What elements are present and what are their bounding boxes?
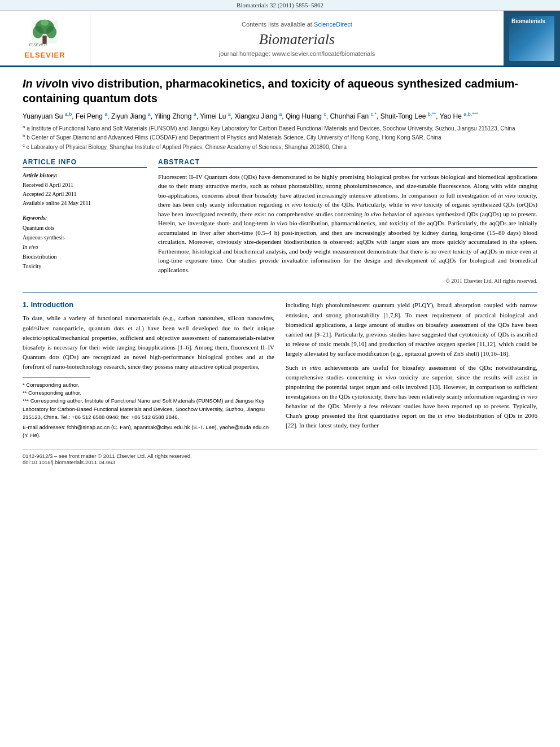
citation-bar: Biomaterials 32 (2011) 5855–5862: [0, 0, 560, 11]
abstract-text: Fluorescent II–IV Quantum dots (QDs) hav…: [158, 172, 537, 275]
svg-point-3: [46, 25, 56, 38]
body-left-column: 1. Introduction To date, while a variety…: [23, 300, 274, 439]
received-date: Received 8 April 2011: [23, 181, 147, 190]
section-divider: [23, 292, 537, 292]
affiliations: a a Institute of Functional Nano and Sof…: [23, 124, 537, 151]
elsevier-logo: ELSEVIER ELSEVIER: [24, 18, 65, 59]
accepted-date: Accepted 22 April 2011: [23, 190, 147, 199]
article-info-header: ARTICLE INFO: [23, 158, 147, 168]
available-date: Available online 24 May 2011: [23, 199, 147, 208]
footnote-divider: [23, 377, 90, 378]
svg-text:ELSEVIER: ELSEVIER: [29, 43, 47, 47]
abstract-header: ABSTRACT: [158, 158, 537, 168]
affiliation-b: b b Center of Super-Diamond and Advanced…: [23, 133, 537, 142]
contents-line: Contents lists available at ScienceDirec…: [242, 20, 352, 29]
keywords-list: Quantum dots Aqueous synthesis In vivo B…: [23, 223, 147, 271]
article-meta-section: ARTICLE INFO Article history: Received 8…: [23, 158, 537, 285]
body-section: 1. Introduction To date, while a variety…: [23, 300, 537, 439]
homepage-line: journal homepage: www.elsevier.com/locat…: [219, 50, 375, 57]
footnote-star1: * Corresponding author.: [23, 381, 274, 389]
keyword-4: Biodistribution: [23, 252, 147, 261]
journal-title: Biomaterials: [259, 31, 335, 48]
article-history-label: Article history:: [23, 172, 147, 178]
affiliation-c: c c Laboratory of Physical Biology, Shan…: [23, 142, 537, 151]
keyword-2: Aqueous synthesis: [23, 233, 147, 242]
intro-right-text-1: including high photoluminescent quantum …: [286, 300, 537, 358]
footnote-star3: *** Corresponding author, Institute of F…: [23, 397, 274, 421]
badge-text: Biomaterials: [511, 18, 545, 24]
keywords-label: Keywords:: [23, 215, 147, 221]
authors-line: Yuanyuan Su a,b, Fei Peng a, Ziyun Jiang…: [23, 111, 537, 120]
journal-header: ELSEVIER ELSEVIER Contents lists availab…: [0, 11, 560, 67]
biomaterials-badge-area: Biomaterials: [504, 11, 560, 65]
keywords-section: Keywords: Quantum dots Aqueous synthesis…: [23, 215, 147, 271]
svg-point-5: [41, 19, 49, 25]
keyword-5: Toxicity: [23, 261, 147, 271]
left-meta-column: ARTICLE INFO Article history: Received 8…: [23, 158, 147, 285]
elsevier-logo-area: ELSEVIER ELSEVIER: [0, 11, 90, 65]
elsevier-wordmark: ELSEVIER: [24, 51, 65, 59]
sciencedirect-link[interactable]: ScienceDirect: [314, 21, 352, 28]
keyword-3: In vivo: [23, 242, 147, 252]
footnote-email: E-mail addresses: fchh@sinap.ac.cn (C. F…: [23, 423, 274, 440]
license-info: 0142-9612/$ – see front matter © 2011 El…: [23, 453, 192, 465]
body-right-column: including high photoluminescent quantum …: [286, 300, 537, 439]
main-content: In vivoIn vivo distribution, pharmacokin…: [0, 67, 560, 474]
intro-heading: 1. Introduction: [23, 300, 274, 309]
journal-title-area: Contents lists available at ScienceDirec…: [90, 11, 504, 65]
svg-point-2: [33, 25, 43, 38]
abstract-column: ABSTRACT Fluorescent II–IV Quantum dots …: [158, 158, 537, 285]
citation-text: Biomaterials 32 (2011) 5855–5862: [237, 2, 323, 8]
elsevier-tree-icon: ELSEVIER: [25, 18, 64, 49]
keyword-1: Quantum dots: [23, 223, 147, 233]
article-title: In vivoIn vivo distribution, pharmacokin…: [23, 76, 537, 106]
page-footer: 0142-9612/$ – see front matter © 2011 El…: [23, 449, 537, 465]
footnote-star2: ** Corresponding author.: [23, 389, 274, 397]
copyright-notice: © 2011 Elsevier Ltd. All rights reserved…: [158, 278, 537, 284]
intro-left-text: To date, while a variety of functional n…: [23, 313, 274, 371]
affiliation-a: a a Institute of Functional Nano and Sof…: [23, 124, 537, 133]
intro-right-text-2: Such in vitro achievements are useful fo…: [286, 363, 537, 430]
biomaterials-cover-image: Biomaterials: [509, 16, 554, 61]
